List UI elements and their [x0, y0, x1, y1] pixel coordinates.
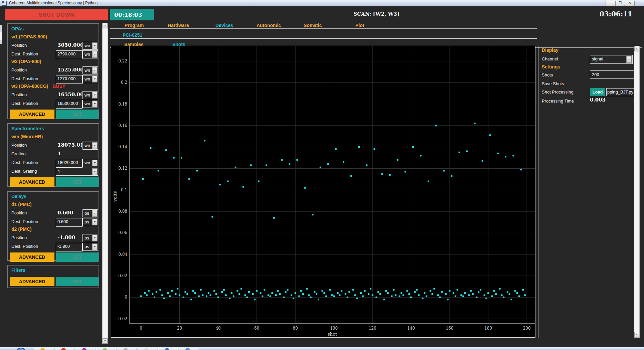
- chevron-down-icon[interactable]: ▼: [92, 42, 98, 49]
- data-point: [484, 294, 485, 296]
- advanced-button[interactable]: ADVANCED: [10, 252, 54, 262]
- channel-dropdown-value: signal: [592, 56, 603, 61]
- advanced-button[interactable]: ADVANCED: [10, 177, 54, 187]
- data-point: [323, 292, 325, 294]
- data-point: [283, 297, 285, 298]
- chevron-down-icon[interactable]: ▼: [626, 56, 632, 63]
- start-orb-icon[interactable]: [16, 348, 26, 350]
- dest-grating-dropdown[interactable]: 1▼: [56, 168, 98, 176]
- y-tick-label: 0.08: [118, 209, 127, 214]
- shots-input[interactable]: 200: [590, 70, 634, 79]
- right-scrollbar[interactable]: ▲ ▼: [634, 46, 640, 338]
- tab-hardware[interactable]: Hardware: [168, 23, 189, 28]
- taskbar-item-gray-app-1[interactable]: [117, 348, 136, 350]
- windows-taskbar[interactable]: [0, 347, 644, 350]
- set-button[interactable]: SET: [56, 177, 99, 187]
- scatter-canvas[interactable]: -0.0200.020.040.060.080.10.120.140.160.1…: [111, 46, 535, 337]
- background-window-edge-inner: [0, 32, 2, 40]
- chevron-down-icon[interactable]: ▼: [92, 142, 98, 149]
- data-point: [459, 152, 460, 153]
- tab-autonomic[interactable]: Autonomic: [257, 23, 281, 28]
- shots-scatter-plot[interactable]: -0.0200.020.040.060.080.10.120.140.160.1…: [111, 46, 535, 338]
- dest-position-input[interactable]: 2790.000: [56, 50, 83, 59]
- tab-program[interactable]: Program: [125, 23, 144, 28]
- taskbar-item-green-app[interactable]: [96, 348, 116, 350]
- chevron-down-icon[interactable]: ▼: [92, 210, 98, 217]
- taskbar-item-blue-app[interactable]: [179, 348, 198, 350]
- data-point: [325, 296, 327, 297]
- data-point: [520, 169, 522, 170]
- chevron-down-icon[interactable]: ▼: [92, 92, 98, 99]
- scroll-down-icon[interactable]: ▼: [634, 332, 639, 337]
- data-point: [447, 299, 449, 300]
- unit-dropdown[interactable]: ps▼: [83, 243, 98, 251]
- restore-button[interactable]: ❐: [615, 1, 625, 6]
- unit-dropdown[interactable]: wn▼: [83, 42, 98, 50]
- minimize-button[interactable]: —: [606, 1, 615, 6]
- shot-processing-file-input[interactable]: pping_BJT.py: [606, 88, 634, 96]
- titlebar: Coherent Multidimensional Spectroscopy |…: [0, 0, 644, 6]
- data-point: [152, 293, 153, 295]
- unit-dropdown[interactable]: wn▼: [83, 142, 98, 150]
- data-point: [474, 123, 476, 124]
- chevron-down-icon[interactable]: ▼: [92, 219, 98, 225]
- shutdown-button[interactable]: SHUT DOWN: [5, 9, 108, 20]
- data-point: [387, 292, 389, 294]
- unit-dropdown[interactable]: wn▼: [83, 66, 98, 74]
- unit-dropdown[interactable]: ps▼: [83, 234, 98, 242]
- taskbar-item-gray-app-2[interactable]: [138, 348, 157, 350]
- unit-dropdown[interactable]: wn▼: [83, 159, 98, 167]
- row-label: Dest. Position: [11, 101, 38, 106]
- unit-dropdown[interactable]: ps▼: [83, 209, 98, 217]
- chevron-down-icon[interactable]: ▼: [92, 243, 98, 250]
- data-point: [372, 294, 373, 296]
- taskbar-item-blue-window-app[interactable]: [158, 348, 178, 350]
- scroll-up-icon[interactable]: ▲: [634, 46, 639, 51]
- dest-position-input[interactable]: 1270.000: [56, 75, 83, 84]
- unit-dropdown[interactable]: wn▼: [83, 75, 98, 83]
- tab-pci-6251[interactable]: PCI-6251: [123, 32, 142, 38]
- chevron-down-icon[interactable]: ▼: [92, 51, 98, 58]
- chevron-down-icon[interactable]: ▼: [92, 235, 98, 241]
- scroll-down-icon[interactable]: ▼: [103, 338, 108, 344]
- dest-position-input[interactable]: 16500.000: [56, 100, 83, 109]
- chevron-down-icon[interactable]: ▼: [92, 160, 98, 166]
- close-button[interactable]: ✕: [625, 1, 635, 6]
- data-point: [206, 296, 207, 297]
- tab-devices[interactable]: Devices: [215, 23, 233, 28]
- advanced-button[interactable]: ADVANCED: [10, 277, 54, 286]
- chevron-down-icon[interactable]: ▼: [92, 67, 98, 74]
- tab-somatic[interactable]: Somatic: [304, 23, 322, 28]
- x-tick-label: 200: [523, 326, 531, 331]
- unit-dropdown[interactable]: wn▼: [83, 91, 98, 99]
- data-point: [163, 298, 165, 299]
- taskbar-item-purple-app[interactable]: [75, 348, 95, 350]
- data-point: [327, 163, 329, 165]
- unit-dropdown[interactable]: ps▼: [83, 218, 98, 226]
- shots-label: Shots: [542, 72, 553, 77]
- set-button[interactable]: SET: [56, 110, 99, 119]
- advanced-button[interactable]: ADVANCED: [10, 110, 54, 119]
- chevron-down-icon[interactable]: ▼: [92, 168, 98, 175]
- taskbar-item-folder-app[interactable]: [34, 348, 53, 350]
- dest-position-input[interactable]: -1.800: [56, 243, 83, 251]
- load-script-button[interactable]: Load: [590, 88, 605, 96]
- data-point: [306, 288, 308, 290]
- unit-dropdown[interactable]: wn▼: [83, 100, 98, 108]
- scroll-up-icon[interactable]: ▲: [103, 23, 108, 28]
- dest-position-input[interactable]: 0.600: [56, 218, 83, 227]
- blue-window-app-icon: [165, 348, 169, 350]
- set-button[interactable]: SET: [56, 252, 99, 262]
- taskbar-item-red-media-app[interactable]: [55, 348, 74, 350]
- chevron-down-icon[interactable]: ▼: [92, 76, 98, 82]
- chevron-down-icon[interactable]: ▼: [92, 101, 98, 107]
- unit-dropdown[interactable]: wn▼: [83, 50, 98, 58]
- data-point: [368, 293, 369, 295]
- data-point: [209, 294, 211, 296]
- dest-position-input[interactable]: 18020.000: [56, 159, 83, 168]
- left-scrollbar[interactable]: ▲ ▼: [102, 23, 108, 344]
- data-point: [343, 161, 344, 163]
- channel-dropdown[interactable]: signal ▼: [590, 55, 633, 64]
- tab-plot[interactable]: Plot: [355, 23, 364, 28]
- set-button[interactable]: SET: [56, 277, 99, 286]
